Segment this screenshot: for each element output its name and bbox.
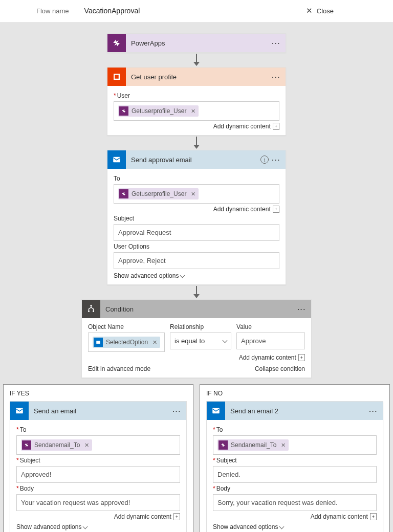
canvas: PowerApps ··· Get user profile ··· User … — [0, 23, 393, 532]
step-send-email-yes[interactable]: Send an email ··· To Sendanemail_To ✕ Su… — [10, 401, 187, 532]
close-label: Close — [317, 7, 334, 15]
flow-name-label: Flow name — [36, 7, 69, 15]
relationship-select[interactable]: is equal to — [170, 332, 231, 349]
chevron-down-icon — [279, 524, 285, 529]
dynamic-token[interactable]: Sendanemail_To ✕ — [217, 439, 289, 451]
connector-arrow — [193, 286, 200, 298]
chevron-down-icon — [180, 273, 185, 278]
body-label: Body — [213, 485, 377, 492]
chevron-down-icon — [223, 338, 228, 343]
token-remove-icon[interactable]: ✕ — [152, 339, 157, 346]
dynamic-token[interactable]: SelectedOption ✕ — [93, 337, 160, 348]
token-remove-icon[interactable]: ✕ — [281, 442, 286, 449]
dynamic-token[interactable]: Sendanemail_To ✕ — [21, 439, 92, 451]
to-label: To — [114, 175, 279, 182]
step-title: Get user profile — [126, 73, 272, 81]
flow-name[interactable]: VacationApproval — [84, 7, 140, 15]
show-advanced-link[interactable]: Show advanced options — [16, 523, 180, 530]
more-icon[interactable]: ··· — [272, 73, 280, 81]
svg-point-3 — [91, 305, 92, 306]
powerapps-icon — [107, 34, 126, 52]
options-input[interactable]: Approve, Reject — [114, 252, 279, 269]
step-send-email-no[interactable]: Send an email 2 ··· To Sendanemail_To ✕ … — [206, 401, 383, 532]
powerapps-icon — [119, 189, 128, 198]
token-label: Sendanemail_To — [231, 441, 276, 449]
subject-input[interactable]: Approval Request — [114, 224, 279, 241]
info-icon[interactable]: i — [260, 156, 269, 164]
relationship-value: is equal to — [174, 337, 205, 345]
subject-label: Subject — [114, 215, 279, 222]
step-get-user-profile[interactable]: Get user profile ··· User Getuserprofile… — [107, 67, 286, 136]
to-input[interactable]: Sendanemail_To ✕ — [16, 435, 180, 455]
to-label: To — [213, 426, 377, 433]
outlook-icon — [10, 402, 29, 420]
powerapps-icon — [22, 440, 31, 450]
to-label: To — [16, 426, 180, 433]
more-icon[interactable]: ··· — [172, 407, 181, 415]
options-label: User Options — [114, 243, 279, 250]
step-title: Send an email 2 — [225, 407, 369, 415]
branch-title: IF YES — [10, 390, 187, 397]
token-remove-icon[interactable]: ✕ — [191, 191, 195, 197]
powerapps-icon — [219, 440, 228, 450]
step-powerapps[interactable]: PowerApps ··· — [107, 33, 286, 53]
object-name-input[interactable]: SelectedOption ✕ — [88, 332, 165, 352]
step-send-approval-email[interactable]: Send approval email i ··· To Getuserprof… — [107, 150, 286, 285]
subject-input[interactable]: Approved! — [16, 466, 180, 483]
to-input[interactable]: Getuserprofile_User ✕ — [114, 184, 279, 204]
dynamic-token[interactable]: Getuserprofile_User ✕ — [118, 188, 199, 199]
subject-label: Subject — [16, 457, 180, 464]
more-icon[interactable]: ··· — [369, 407, 378, 415]
to-input[interactable]: Sendanemail_To ✕ — [213, 435, 377, 455]
subject-input[interactable]: Denied. — [213, 466, 377, 483]
add-dynamic-content-link[interactable]: Add dynamic content+ — [213, 513, 377, 520]
step-title: Send approval email — [126, 156, 260, 164]
close-button[interactable]: ✕ Close — [306, 6, 334, 15]
token-remove-icon[interactable]: ✕ — [191, 108, 195, 115]
token-label: Getuserprofile_User — [132, 190, 186, 197]
step-title: PowerApps — [126, 39, 272, 47]
office-icon — [107, 68, 126, 86]
show-advanced-link[interactable]: Show advanced options — [213, 523, 377, 530]
chevron-down-icon — [83, 524, 88, 529]
subject-label: Subject — [213, 457, 377, 464]
add-dynamic-content-link[interactable]: Add dynamic content+ — [114, 123, 279, 130]
close-icon: ✕ — [306, 6, 313, 15]
value-input[interactable]: Approve — [236, 332, 305, 349]
collapse-condition-link[interactable]: Collapse condition — [255, 365, 305, 372]
user-input[interactable]: Getuserprofile_User ✕ — [114, 101, 279, 121]
branch-if-yes: IF YES Send an email ··· To Sendanemail_… — [3, 384, 193, 532]
add-dynamic-content-link[interactable]: Add dynamic content+ — [114, 206, 279, 213]
step-title: Send an email — [29, 407, 172, 415]
app-header: Flow name VacationApproval ✕ Close — [0, 0, 393, 23]
outlook-icon — [94, 338, 103, 347]
condition-icon — [82, 300, 100, 318]
branch-if-no: IF NO Send an email 2 ··· To Sendanemail… — [200, 384, 390, 532]
object-name-label: Object Name — [88, 323, 165, 330]
more-icon[interactable]: ··· — [272, 39, 280, 47]
user-label: User — [114, 92, 279, 99]
dynamic-token[interactable]: Getuserprofile_User ✕ — [118, 105, 199, 117]
token-label: Sendanemail_To — [34, 441, 80, 449]
connector-arrow — [193, 54, 200, 66]
edit-advanced-mode-link[interactable]: Edit in advanced mode — [88, 365, 150, 372]
step-condition[interactable]: Condition ··· Object Name SelectedOption… — [81, 299, 312, 378]
more-icon[interactable]: ··· — [272, 156, 280, 164]
svg-point-2 — [93, 311, 94, 312]
add-dynamic-content-link[interactable]: Add dynamic content+ — [16, 513, 180, 520]
token-label: Getuserprofile_User — [132, 107, 186, 115]
step-title: Condition — [100, 305, 297, 313]
powerapps-icon — [119, 106, 128, 116]
condition-branches: IF YES Send an email ··· To Sendanemail_… — [3, 384, 390, 532]
more-icon[interactable]: ··· — [297, 305, 306, 313]
body-input[interactable]: Your vacation request was approved! — [16, 494, 180, 511]
token-remove-icon[interactable]: ✕ — [84, 442, 89, 449]
svg-point-1 — [88, 311, 90, 312]
body-input[interactable]: Sorry, your vacation request was denied. — [213, 494, 377, 511]
body-label: Body — [16, 485, 180, 492]
branch-title: IF NO — [206, 390, 383, 397]
show-advanced-link[interactable]: Show advanced options — [114, 272, 279, 279]
outlook-icon — [207, 402, 225, 420]
connector-arrow — [193, 137, 200, 149]
add-dynamic-content-link[interactable]: Add dynamic content+ — [88, 354, 305, 361]
